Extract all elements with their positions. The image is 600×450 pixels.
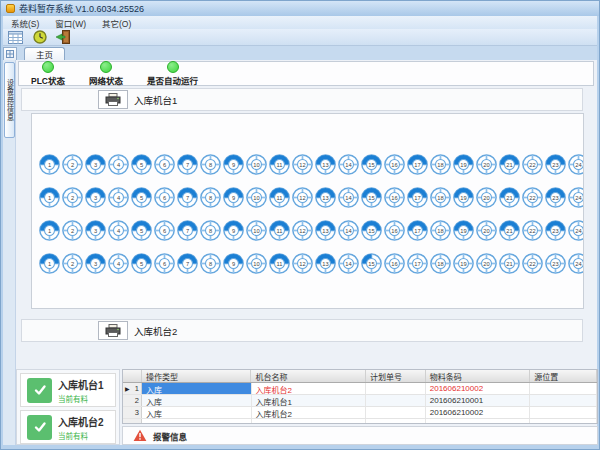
column-header[interactable]: 操作类型 [142,370,252,382]
svg-text:12: 12 [299,162,305,168]
table-cell[interactable] [366,395,426,406]
slot-circle: 18 [429,186,452,210]
slot-circle: 14 [337,153,360,177]
table-cell[interactable] [142,419,252,424]
table-cell[interactable]: 入库 [142,395,252,406]
svg-text:24: 24 [575,195,582,201]
slot-circle: 7 [176,219,199,243]
slot-circle: 23 [544,252,567,276]
svg-text:12: 12 [299,228,305,234]
table-cell[interactable] [530,395,597,406]
svg-text:12: 12 [299,261,305,267]
card1-title: 入库机台1 [58,377,104,392]
window-title: 卷料暂存系统 V1.0.6034.25526 [19,2,144,15]
svg-text:18: 18 [437,195,443,201]
table-cell[interactable]: 201606210002 [426,383,531,394]
column-header[interactable]: 机台名称 [251,370,366,382]
svg-text:5: 5 [140,261,143,267]
table-cell[interactable] [366,407,426,418]
svg-text:9: 9 [232,261,235,267]
svg-text:1: 1 [48,261,51,267]
tab-home[interactable]: 主页 [24,47,65,60]
card2-title: 入库机台2 [58,414,104,429]
side-panel-tab[interactable]: 设备监控信息 [4,62,15,138]
slot-circle: 2 [61,252,84,276]
svg-text:10: 10 [253,195,259,201]
table-cell[interactable] [530,407,597,418]
svg-text:10: 10 [253,228,259,234]
slot-circle: 24 [567,219,584,243]
plc-status-label: PLC状态 [31,74,65,86]
svg-text:7: 7 [186,228,189,234]
exit-door-icon[interactable] [54,30,73,45]
svg-text:6: 6 [163,261,166,267]
clock-icon[interactable] [30,30,49,45]
svg-text:16: 16 [391,162,397,168]
table-cell[interactable]: 入库机台2 [252,383,366,394]
column-header[interactable]: 计划单号 [366,370,426,382]
svg-text:14: 14 [345,162,352,168]
svg-text:8: 8 [209,261,212,267]
slot-row: 1 2 3 4 5 6 [38,219,583,243]
column-header[interactable]: 物料条码 [426,370,531,382]
slot-circle: 19 [452,153,475,177]
menu-other[interactable]: 其它(O) [102,17,131,29]
table-new-row[interactable]: * [123,419,597,424]
slot-circle: 4 [107,252,130,276]
menu-bar: 系统(S) 窗口(W) 其它(O) [3,16,597,29]
column-header[interactable]: 源位置 [530,370,597,382]
table-row[interactable]: 2入库入库机台1201606210001 [123,395,597,407]
printer-button-1[interactable] [98,90,128,109]
check-icon [27,415,52,440]
table-cell[interactable] [366,419,426,424]
svg-text:22: 22 [529,261,535,267]
table-cell[interactable]: 入库 [142,407,252,418]
slot-circle: 16 [383,252,406,276]
table-cell[interactable]: 入库机台2 [252,407,366,418]
slot-circle: 6 [153,186,176,210]
svg-text:14: 14 [345,261,352,267]
station2-title: 入库机台2 [134,324,177,338]
svg-text:23: 23 [552,195,558,201]
slot-circle: 6 [153,219,176,243]
calendar-icon[interactable] [6,30,25,45]
table-cell[interactable] [530,419,597,424]
table-cell[interactable]: 入库机台1 [252,395,366,406]
slot-circle: 21 [498,219,521,243]
table-header: 操作类型机台名称计划单号物料条码源位置 [123,370,597,383]
machine-card-2: 入库机台2 当前有料 [20,410,116,444]
table-cell[interactable] [426,419,531,424]
svg-text:9: 9 [232,228,235,234]
svg-text:15: 15 [368,195,374,201]
printer-button-2[interactable] [98,321,128,340]
slot-circle: 5 [130,186,153,210]
slot-circle: 24 [567,153,584,177]
slot-circle: 6 [153,252,176,276]
main-body: 设备监控信息 PLC状态 网络状态 是否自动运行 [3,60,597,445]
svg-text:11: 11 [277,228,283,234]
slot-circle: 18 [429,252,452,276]
slot-circle: 23 [544,219,567,243]
menu-system[interactable]: 系统(S) [11,17,39,29]
slot-circle: 23 [544,153,567,177]
table-cell[interactable] [252,419,366,424]
table-cell[interactable] [530,383,597,394]
table-cell[interactable]: 入库 [142,383,252,394]
station1-title: 入库机台1 [134,93,177,107]
svg-text:2: 2 [71,261,74,267]
table-cell[interactable]: 201606210001 [426,395,531,406]
menu-window[interactable]: 窗口(W) [55,17,86,29]
table-cell[interactable]: 201606210002 [426,407,531,418]
slot-circle: 21 [498,252,521,276]
svg-text:22: 22 [529,195,535,201]
slot-circle: 24 [567,186,584,210]
slot-circle: 17 [406,219,429,243]
table-cell[interactable] [366,383,426,394]
warning-icon [133,429,147,442]
panel-grid-icon[interactable] [3,47,17,60]
table-row[interactable]: 3入库入库机台2201606210002 [123,407,597,419]
row-indicator: ▶1 [123,383,142,394]
table-row[interactable]: ▶1入库入库机台2201606210002 [123,383,597,395]
machine-cards: 入库机台1 当前有料 入库机台2 当前有料 [16,369,120,445]
svg-text:15: 15 [368,162,374,168]
